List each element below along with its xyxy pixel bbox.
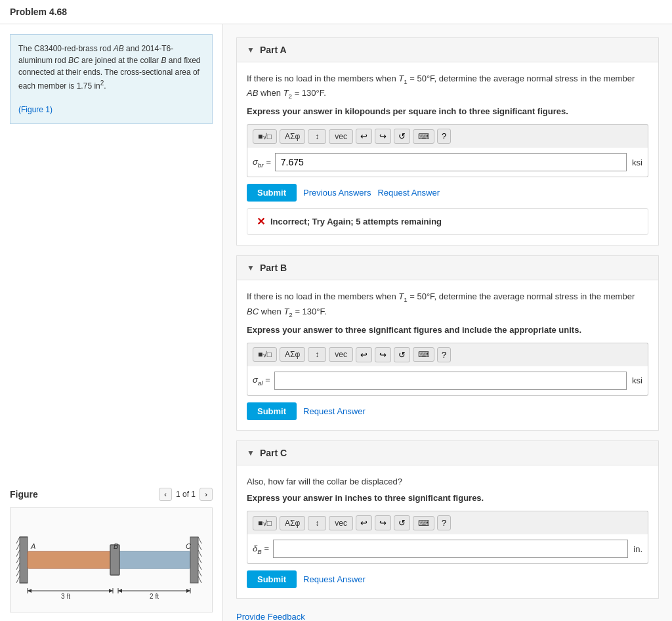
svg-rect-13 bbox=[190, 537, 198, 583]
figure-title: Figure bbox=[10, 489, 38, 500]
figure-next-button[interactable]: › bbox=[200, 488, 213, 501]
part-b-input-label: σal = bbox=[253, 375, 270, 387]
svg-line-4 bbox=[16, 544, 20, 550]
svg-text:A: A bbox=[30, 542, 35, 550]
part-a-math-toolbar: ■√□ ΑΣφ ↕ vec ↩ ↪ ↺ ⌨ ? bbox=[247, 124, 648, 148]
toolbar-keyboard-btn-b[interactable]: ⌨ bbox=[413, 347, 434, 362]
svg-line-9 bbox=[16, 576, 20, 583]
toolbar-arrow-btn-c[interactable]: ↕ bbox=[308, 516, 326, 530]
part-a-section: ▼ Part A If there is no load in the memb… bbox=[236, 37, 659, 246]
part-c-input-label: δB = bbox=[253, 544, 269, 555]
svg-text:3 ft: 3 ft bbox=[61, 593, 70, 600]
figure-link[interactable]: (Figure 1) bbox=[18, 105, 52, 114]
svg-text:2 ft: 2 ft bbox=[150, 593, 159, 600]
part-c-answer-input[interactable] bbox=[273, 540, 628, 558]
svg-line-19 bbox=[198, 570, 201, 576]
part-a-error-text: Incorrect; Try Again; 5 attempts remaini… bbox=[270, 217, 442, 226]
part-a-previous-answers-button[interactable]: Previous Answers bbox=[303, 188, 371, 198]
svg-text:C: C bbox=[186, 542, 191, 550]
part-a-header[interactable]: ▼ Part A bbox=[237, 38, 658, 62]
part-a-title: Part A bbox=[260, 45, 287, 55]
toolbar-vec-btn-c[interactable]: vec bbox=[329, 516, 353, 530]
toolbar-help-btn-b[interactable]: ? bbox=[437, 347, 451, 362]
toolbar-redo-btn-b[interactable]: ↪ bbox=[375, 347, 391, 362]
toolbar-keyboard-btn-c[interactable]: ⌨ bbox=[413, 516, 434, 530]
part-c-header[interactable]: ▼ Part C bbox=[237, 441, 658, 465]
svg-line-7 bbox=[16, 563, 20, 570]
toolbar-redo-btn-c[interactable]: ↪ bbox=[375, 515, 391, 530]
svg-line-8 bbox=[16, 570, 20, 576]
part-c-action-row: Submit Request Answer bbox=[247, 570, 648, 588]
part-b-request-answer-button[interactable]: Request Answer bbox=[303, 406, 366, 416]
error-x-icon: ✕ bbox=[257, 215, 265, 228]
part-c-title: Part C bbox=[260, 448, 287, 458]
part-c-math-toolbar: ■√□ ΑΣφ ↕ vec ↩ ↪ ↺ ⌨ ? bbox=[247, 511, 648, 534]
part-a-instruction: Express your answer in kilopounds per sq… bbox=[247, 106, 648, 116]
toolbar-vec-btn-b[interactable]: vec bbox=[329, 347, 353, 362]
toolbar-sigma-btn-b[interactable]: ΑΣφ bbox=[280, 347, 305, 362]
part-a-body: If there is no load in the members when … bbox=[237, 62, 658, 245]
toolbar-refresh-btn-b[interactable]: ↺ bbox=[394, 347, 410, 362]
description-text: The C83400-red-brass rod AB and 2014-T6-… bbox=[18, 43, 204, 92]
toolbar-sqrt-btn-b[interactable]: ■√□ bbox=[253, 347, 277, 362]
part-a-answer-input[interactable] bbox=[275, 153, 627, 171]
part-c-section: ▼ Part C Also, how far will the collar b… bbox=[236, 440, 659, 599]
left-panel: The C83400-red-brass rod AB and 2014-T6-… bbox=[0, 24, 223, 621]
part-b-unit: ksi bbox=[632, 375, 642, 385]
svg-line-5 bbox=[16, 550, 20, 557]
figure-image: A B C 3 ft 2 ft bbox=[10, 507, 213, 612]
part-a-submit-button[interactable]: Submit bbox=[247, 184, 297, 202]
part-b-section: ▼ Part B If there is no load in the memb… bbox=[236, 255, 659, 430]
part-a-request-answer-button[interactable]: Request Answer bbox=[377, 188, 440, 198]
page-header: Problem 4.68 bbox=[0, 0, 672, 24]
toolbar-undo-btn-c[interactable]: ↩ bbox=[356, 515, 372, 530]
figure-nav-text: 1 of 1 bbox=[176, 490, 196, 499]
part-b-action-row: Submit Request Answer bbox=[247, 402, 648, 420]
part-b-header[interactable]: ▼ Part B bbox=[237, 256, 658, 280]
svg-rect-10 bbox=[28, 551, 113, 568]
part-b-title: Part B bbox=[260, 263, 287, 273]
svg-rect-0 bbox=[20, 537, 28, 583]
part-c-request-answer-button[interactable]: Request Answer bbox=[303, 574, 366, 584]
toolbar-sigma-btn-c[interactable]: ΑΣφ bbox=[280, 516, 305, 530]
part-c-instruction: Express your answer in inches to three s… bbox=[247, 493, 648, 503]
part-c-submit-button[interactable]: Submit bbox=[247, 570, 297, 588]
toolbar-sigma-btn-a[interactable]: ΑΣφ bbox=[280, 129, 305, 144]
toolbar-keyboard-btn-a[interactable]: ⌨ bbox=[413, 129, 434, 144]
toolbar-sqrt-btn-a[interactable]: ■√□ bbox=[253, 129, 277, 144]
problem-title: Problem 4.68 bbox=[10, 7, 67, 17]
svg-line-6 bbox=[16, 557, 20, 563]
svg-line-18 bbox=[198, 563, 201, 570]
svg-text:B: B bbox=[114, 542, 118, 550]
part-a-error-box: ✕ Incorrect; Try Again; 5 attempts remai… bbox=[247, 208, 648, 235]
toolbar-redo-btn-a[interactable]: ↪ bbox=[375, 129, 391, 144]
svg-line-14 bbox=[198, 537, 201, 544]
problem-description: The C83400-red-brass rod AB and 2014-T6-… bbox=[10, 34, 213, 124]
svg-rect-11 bbox=[113, 551, 190, 568]
toolbar-help-btn-c[interactable]: ? bbox=[437, 515, 451, 530]
svg-marker-33 bbox=[109, 589, 113, 593]
part-b-collapse-arrow: ▼ bbox=[247, 263, 255, 272]
toolbar-undo-btn-b[interactable]: ↩ bbox=[356, 347, 372, 362]
toolbar-vec-btn-a[interactable]: vec bbox=[329, 129, 353, 144]
toolbar-sqrt-btn-c[interactable]: ■√□ bbox=[253, 516, 277, 530]
svg-line-16 bbox=[198, 550, 201, 557]
toolbar-refresh-btn-c[interactable]: ↺ bbox=[394, 515, 410, 530]
toolbar-refresh-btn-a[interactable]: ↺ bbox=[394, 129, 410, 144]
part-c-unit: in. bbox=[633, 544, 642, 554]
part-b-body: If there is no load in the members when … bbox=[237, 280, 658, 429]
toolbar-help-btn-a[interactable]: ? bbox=[437, 129, 451, 144]
toolbar-arrow-btn-b[interactable]: ↕ bbox=[308, 347, 326, 362]
part-b-math-toolbar: ■√□ ΑΣφ ↕ vec ↩ ↪ ↺ ⌨ ? bbox=[247, 343, 648, 366]
part-b-submit-button[interactable]: Submit bbox=[247, 402, 297, 420]
part-b-answer-input[interactable] bbox=[274, 372, 627, 390]
part-a-input-label: σbr = bbox=[253, 157, 271, 169]
svg-line-15 bbox=[198, 544, 201, 550]
provide-feedback-link[interactable]: Provide Feedback bbox=[236, 609, 659, 621]
part-a-collapse-arrow: ▼ bbox=[247, 45, 255, 54]
svg-line-17 bbox=[198, 557, 201, 563]
part-c-question: Also, how far will the collar be displac… bbox=[247, 475, 648, 488]
figure-prev-button[interactable]: ‹ bbox=[159, 488, 172, 501]
toolbar-undo-btn-a[interactable]: ↩ bbox=[356, 129, 372, 144]
toolbar-arrow-btn-a[interactable]: ↕ bbox=[308, 129, 326, 144]
